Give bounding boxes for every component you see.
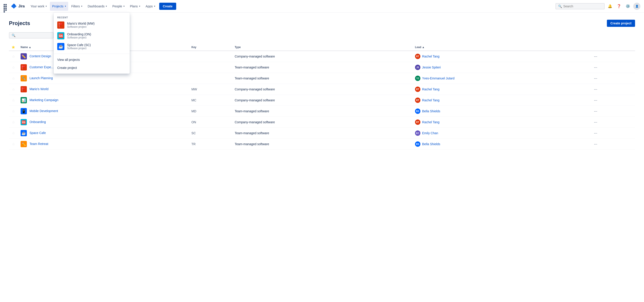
project-icon-4: 📊 bbox=[20, 97, 27, 103]
star-cell-0[interactable]: ☆ bbox=[9, 51, 18, 62]
project-icon-3: 🚩 bbox=[20, 86, 27, 92]
lead-avatar-1: JS bbox=[415, 65, 420, 70]
lead-name-link-5[interactable]: Bella Shields bbox=[422, 110, 440, 113]
more-actions-button-6[interactable]: ··· bbox=[592, 120, 598, 125]
project-name-link-3[interactable]: Mario's World bbox=[30, 87, 48, 91]
project-name-link-2[interactable]: Launch Planning bbox=[30, 76, 53, 80]
recent-project-2[interactable]: 🆘 Onboarding (ON) Software project bbox=[54, 30, 130, 41]
settings-icon[interactable]: ⚙️ bbox=[624, 3, 632, 10]
plans-nav[interactable]: Plans ▾ bbox=[128, 2, 142, 11]
project-name-link-6[interactable]: Onboarding bbox=[30, 120, 46, 124]
lead-name-link-0[interactable]: Rachel Tang bbox=[422, 54, 440, 58]
project-name-link-5[interactable]: Mobile Development bbox=[30, 109, 58, 113]
filters-nav[interactable]: Filters ▾ bbox=[69, 2, 84, 11]
more-actions-button-5[interactable]: ··· bbox=[592, 108, 598, 114]
apps-nav[interactable]: Apps ▾ bbox=[143, 2, 158, 11]
project-lead-cell-8: BS Bella Shields bbox=[412, 139, 590, 150]
lead-name-link-2[interactable]: Yves-Emmanuel Jutard bbox=[422, 76, 454, 80]
project-key-cell-7: SC bbox=[189, 128, 232, 139]
table-row: ☆ ☕ Space Cafe SC Team-managed software … bbox=[9, 128, 635, 139]
dropdown-recent-label: RECENT bbox=[54, 14, 130, 20]
table-row: ☆ 📱 Mobile Development MD Team-managed s… bbox=[9, 106, 635, 117]
star-cell-5[interactable]: ☆ bbox=[9, 106, 18, 117]
project-icon-6: 🆘 bbox=[20, 119, 27, 125]
apps-grid-icon[interactable] bbox=[4, 4, 8, 8]
create-project-link[interactable]: Create project bbox=[54, 64, 130, 72]
project-name-cell-8: ✏️ Team Retreat bbox=[18, 139, 189, 150]
lead-name-link-1[interactable]: Jessie Spiteri bbox=[422, 66, 441, 69]
project-type-cell-5: Team-managed software bbox=[232, 106, 412, 117]
project-key-cell-6: ON bbox=[189, 117, 232, 128]
your-work-nav[interactable]: Your work ▾ bbox=[28, 2, 49, 11]
project-name-link-7[interactable]: Space Cafe bbox=[30, 131, 46, 135]
more-actions-cell-4: ··· bbox=[590, 95, 635, 106]
table-row: ☆ 🆘 Onboarding ON Company-managed softwa… bbox=[9, 117, 635, 128]
lead-name-link-4[interactable]: Rachel Tang bbox=[422, 98, 440, 102]
dropdown-divider bbox=[54, 54, 130, 54]
more-actions-button-4[interactable]: ··· bbox=[592, 98, 598, 103]
more-actions-button-2[interactable]: ··· bbox=[592, 76, 598, 81]
view-all-projects-link[interactable]: View all projects bbox=[54, 56, 130, 64]
more-actions-cell-2: ··· bbox=[590, 73, 635, 84]
col-actions bbox=[590, 44, 635, 51]
lead-name-link-3[interactable]: Rachel Tang bbox=[422, 88, 440, 91]
top-navigation: Jira Your work ▾ Projects ▾ Filters ▾ Da… bbox=[0, 0, 644, 12]
table-row: ☆ 🔧 Launch Planning Team-managed softwar… bbox=[9, 73, 635, 84]
project-name-cell-7: ☕ Space Cafe bbox=[18, 128, 189, 139]
project-name-link-4[interactable]: Marketing Campaign bbox=[30, 98, 58, 102]
star-cell-1[interactable]: ☆ bbox=[9, 62, 18, 73]
lead-name-link-8[interactable]: Bella Shields bbox=[422, 142, 440, 146]
people-nav[interactable]: People ▾ bbox=[110, 2, 127, 11]
filter-search-icon: 🔍 bbox=[12, 34, 16, 37]
lead-name-link-6[interactable]: Rachel Tang bbox=[422, 120, 440, 124]
project-name-link-0[interactable]: Content Design bbox=[30, 54, 51, 58]
notifications-icon[interactable]: 🔔 bbox=[606, 3, 614, 10]
project-lead-cell-4: RT Rachel Tang bbox=[412, 95, 590, 106]
star-cell-7[interactable]: ☆ bbox=[9, 128, 18, 139]
project-type-cell-7: Team-managed software bbox=[232, 128, 412, 139]
create-button[interactable]: Create bbox=[159, 3, 176, 10]
table-row: ☆ ✏️ Team Retreat TR Team-managed softwa… bbox=[9, 139, 635, 150]
help-icon[interactable]: ❓ bbox=[616, 3, 622, 10]
project-type-cell-6: Company-managed software bbox=[232, 117, 412, 128]
search-input[interactable] bbox=[563, 4, 602, 8]
project-lead-cell-3: RT Rachel Tang bbox=[412, 84, 590, 95]
more-actions-button-3[interactable]: ··· bbox=[592, 86, 598, 92]
avatar[interactable]: 👤 bbox=[633, 3, 640, 10]
more-actions-button-7[interactable]: ··· bbox=[592, 130, 598, 136]
recent-project-3[interactable]: ☕ Space Cafe (SC) Software project bbox=[54, 41, 130, 52]
project-key-cell-5: MD bbox=[189, 106, 232, 117]
more-actions-button-8[interactable]: ··· bbox=[592, 142, 598, 147]
lead-avatar-5: BS bbox=[415, 108, 420, 114]
create-project-button[interactable]: Create project bbox=[607, 20, 635, 27]
project-key-cell-1 bbox=[189, 62, 232, 73]
projects-search-filter[interactable]: 🔍 bbox=[9, 32, 54, 38]
star-cell-4[interactable]: ☆ bbox=[9, 95, 18, 106]
project-name-link-8[interactable]: Team Retreat bbox=[30, 142, 48, 146]
filters-chevron-icon: ▾ bbox=[81, 5, 82, 8]
jira-logo[interactable]: Jira bbox=[11, 3, 24, 10]
projects-search-input[interactable] bbox=[17, 34, 51, 37]
more-actions-cell-5: ··· bbox=[590, 106, 635, 117]
star-cell-6[interactable]: ☆ bbox=[9, 117, 18, 128]
project-type-cell-3: Company-managed software bbox=[232, 84, 412, 95]
dashboards-nav[interactable]: Dashboards ▾ bbox=[86, 2, 109, 11]
more-actions-button-1[interactable]: ··· bbox=[592, 65, 598, 70]
star-cell-2[interactable]: ☆ bbox=[9, 73, 18, 84]
project-icon-0: ✏️ bbox=[20, 53, 27, 60]
star-cell-3[interactable]: ☆ bbox=[9, 84, 18, 95]
project-name-link-1[interactable]: Customer Expe... bbox=[30, 65, 54, 69]
more-actions-button-0[interactable]: ··· bbox=[592, 54, 598, 59]
project-icon-8: ✏️ bbox=[20, 141, 27, 147]
projects-nav[interactable]: Projects ▾ bbox=[50, 2, 68, 11]
project-type-cell-4: Company-managed software bbox=[232, 95, 412, 106]
col-lead[interactable]: Lead ▲ bbox=[412, 44, 590, 51]
jira-logo-text: Jira bbox=[18, 4, 24, 8]
lead-name-link-7[interactable]: Emily Chan bbox=[422, 131, 438, 135]
search-box[interactable]: 🔍 bbox=[556, 3, 605, 10]
more-actions-cell-8: ··· bbox=[590, 139, 635, 150]
topnav-right: 🔍 🔔 ❓ ⚙️ 👤 bbox=[556, 3, 640, 10]
recent-project-1[interactable]: 🚩 Mario's World (MW) Software project bbox=[54, 20, 130, 30]
project-icon-7: ☕ bbox=[20, 130, 27, 136]
star-cell-8[interactable]: ☆ bbox=[9, 139, 18, 150]
